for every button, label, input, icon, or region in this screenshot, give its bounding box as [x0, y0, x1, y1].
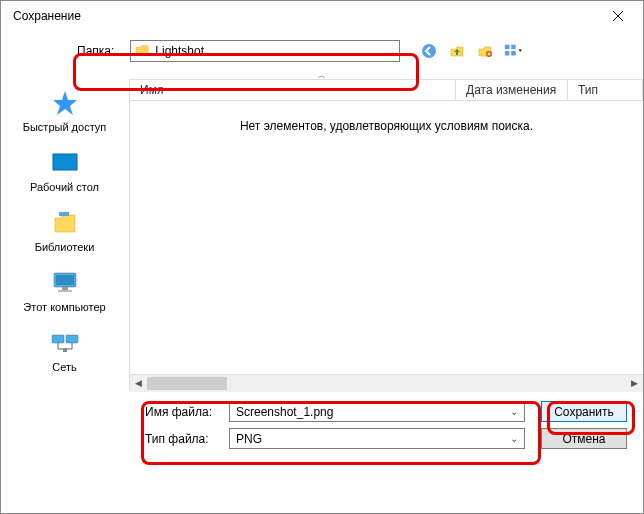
- up-button[interactable]: [448, 42, 466, 60]
- toolbar-icons: [420, 42, 522, 60]
- back-button[interactable]: [420, 42, 438, 60]
- file-area: Имя Дата изменения Тип Нет элементов, уд…: [129, 79, 643, 391]
- save-button[interactable]: Сохранить: [541, 401, 627, 422]
- scroll-thumb[interactable]: [147, 377, 227, 390]
- new-folder-icon: [477, 43, 493, 59]
- libraries-icon: [49, 207, 81, 239]
- computer-icon: [49, 267, 81, 299]
- filename-label: Имя файла:: [145, 405, 221, 419]
- svg-rect-5: [512, 51, 517, 56]
- view-menu-icon: [504, 43, 522, 59]
- filename-row: Имя файла: Screenshot_1.png ⌄: [145, 401, 525, 422]
- column-name[interactable]: Имя: [130, 80, 456, 100]
- sidebar-label: Сеть: [52, 361, 76, 373]
- sidebar-item-desktop[interactable]: Рабочий стол: [1, 145, 128, 195]
- network-icon: [49, 327, 81, 359]
- bottom-panel: Имя файла: Screenshot_1.png ⌄ Тип файла:…: [1, 391, 643, 459]
- cancel-button[interactable]: Отмена: [541, 428, 627, 449]
- svg-rect-2: [505, 45, 510, 50]
- filetype-label: Тип файла:: [145, 432, 221, 446]
- svg-rect-3: [512, 45, 517, 50]
- columns-header: Имя Дата изменения Тип: [130, 79, 643, 101]
- sidebar-item-network[interactable]: Сеть: [1, 325, 128, 375]
- column-date[interactable]: Дата изменения: [456, 80, 568, 100]
- sidebar-label: Рабочий стол: [30, 181, 99, 193]
- file-list[interactable]: Нет элементов, удовлетворяющих условиям …: [130, 101, 643, 374]
- scroll-left-button[interactable]: ◀: [130, 375, 147, 392]
- dialog-title: Сохранение: [13, 9, 81, 23]
- svg-rect-14: [66, 335, 78, 343]
- dialog-buttons: Сохранить Отмена: [541, 401, 627, 449]
- folder-dropdown[interactable]: Lightshot ⌄: [130, 40, 400, 62]
- sidebar-item-libraries[interactable]: Библиотеки: [1, 205, 128, 255]
- sidebar-item-quickaccess[interactable]: Быстрый доступ: [1, 85, 128, 135]
- filetype-value: PNG: [236, 432, 510, 446]
- chevron-down-icon: ⌄: [387, 46, 395, 57]
- sidebar-label: Быстрый доступ: [23, 121, 107, 133]
- svg-rect-10: [56, 275, 74, 285]
- places-sidebar: Быстрый доступ Рабочий стол Библиотеки Э…: [1, 79, 129, 391]
- svg-rect-13: [52, 335, 64, 343]
- view-button[interactable]: [504, 42, 522, 60]
- filetype-dropdown[interactable]: PNG ⌄: [229, 428, 525, 449]
- empty-message: Нет элементов, удовлетворяющих условиям …: [144, 119, 629, 133]
- filename-input[interactable]: Screenshot_1.png ⌄: [229, 401, 525, 422]
- svg-rect-8: [59, 212, 69, 216]
- filetype-row: Тип файла: PNG ⌄: [145, 428, 525, 449]
- sidebar-label: Этот компьютер: [23, 301, 105, 313]
- svg-rect-11: [62, 287, 68, 290]
- chevron-down-icon: ⌄: [510, 433, 518, 444]
- sidebar-label: Библиотеки: [35, 241, 95, 253]
- folder-label: Папка:: [77, 44, 114, 58]
- new-folder-button[interactable]: [476, 42, 494, 60]
- svg-rect-6: [53, 154, 77, 170]
- folder-toolbar: Папка: Lightshot ⌄: [1, 31, 643, 71]
- quickaccess-icon: [49, 87, 81, 119]
- close-icon: [613, 11, 623, 21]
- folder-name: Lightshot: [155, 44, 387, 58]
- save-dialog: Сохранение Папка: Lightshot ⌄: [0, 0, 644, 514]
- close-button[interactable]: [597, 2, 639, 30]
- svg-rect-12: [58, 290, 72, 292]
- file-fields: Имя файла: Screenshot_1.png ⌄ Тип файла:…: [145, 401, 525, 449]
- titlebar: Сохранение: [1, 1, 643, 31]
- scroll-right-button[interactable]: ▶: [626, 375, 643, 392]
- horizontal-scrollbar[interactable]: ◀ ▶: [130, 374, 643, 391]
- collapse-bar[interactable]: ︿: [1, 71, 643, 79]
- desktop-icon: [49, 147, 81, 179]
- scroll-track[interactable]: [147, 375, 626, 392]
- folder-icon: [135, 45, 149, 57]
- svg-point-0: [422, 44, 436, 58]
- back-icon: [421, 43, 437, 59]
- main-area: Быстрый доступ Рабочий стол Библиотеки Э…: [1, 79, 643, 391]
- filename-value: Screenshot_1.png: [236, 405, 510, 419]
- svg-rect-4: [505, 51, 510, 56]
- sidebar-item-thispc[interactable]: Этот компьютер: [1, 265, 128, 315]
- column-type[interactable]: Тип: [568, 80, 643, 100]
- folder-up-icon: [449, 43, 465, 59]
- svg-rect-15: [63, 348, 67, 352]
- chevron-down-icon: ⌄: [510, 406, 518, 417]
